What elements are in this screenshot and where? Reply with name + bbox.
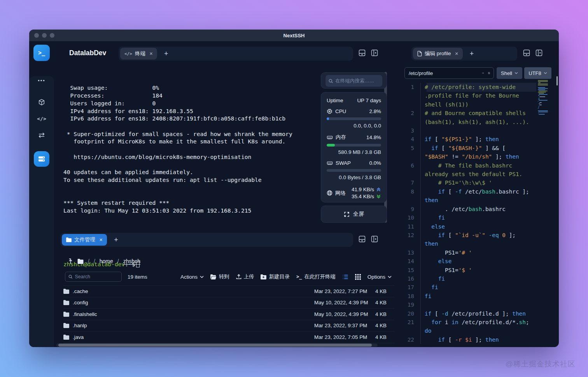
line-number: 17 — [395, 283, 420, 291]
code-line[interactable]: 16 fi — [395, 274, 559, 283]
goto-button[interactable]: 转到 — [210, 273, 229, 280]
code-line[interactable]: 14 else — [395, 257, 559, 265]
split-down-icon[interactable] — [523, 49, 530, 56]
split-right-icon[interactable] — [371, 236, 378, 243]
sidebar-panel: ••• </> — [29, 76, 54, 347]
breadcrumb: / / home / zhshch — [68, 258, 140, 264]
editor-tab-strip: 编辑 profile ✕ + — [411, 47, 517, 61]
options-dropdown[interactable]: Options — [368, 274, 392, 280]
line-number: 1 — [395, 83, 420, 109]
code-line[interactable]: 11 else — [395, 222, 559, 231]
go-up-icon[interactable] — [68, 258, 73, 264]
code-line[interactable]: 4if [ "${PS1-}" ]; then — [395, 135, 559, 143]
file-path-input[interactable] — [409, 70, 478, 76]
terminal-search-input[interactable] — [335, 78, 379, 84]
file-row[interactable]: .javaMar 23, 2022, 7:05 PM4 KB — [63, 332, 395, 343]
folder-icon[interactable] — [77, 259, 84, 264]
close-icon[interactable]: ✕ — [99, 237, 103, 243]
horizontal-scrollbar[interactable] — [56, 344, 378, 347]
expand-icon — [344, 211, 350, 217]
split-right-icon[interactable] — [371, 49, 378, 56]
list-view-icon[interactable] — [342, 274, 348, 279]
split-down-icon[interactable] — [359, 49, 366, 56]
terminal-search-box[interactable] — [326, 75, 382, 87]
minimize-button[interactable] — [42, 33, 47, 38]
breadcrumb-item-current[interactable]: zhshch — [123, 258, 140, 264]
new-file-tab-button[interactable]: + — [112, 236, 120, 244]
window-titlebar[interactable]: NextSSH — [29, 30, 559, 41]
window-controls — [34, 33, 54, 38]
code-line[interactable]: 12 if [ "`id -u`" -eq 0 ]; then — [395, 231, 559, 248]
actions-dropdown[interactable]: Actions — [180, 274, 204, 280]
grid-view-icon[interactable] — [355, 274, 361, 280]
save-icon[interactable] — [488, 70, 490, 76]
line-number: 22 — [395, 335, 420, 344]
new-editor-tab-button[interactable]: + — [468, 50, 476, 58]
file-row[interactable]: .configMay 10, 2022, 4:39 PM4 KB — [63, 297, 395, 309]
code-line[interactable]: 22 if [ -r $i ]; then — [395, 335, 559, 344]
file-row[interactable]: .hanlpMar 23, 2022, 9:37 PM4 KB — [63, 320, 395, 332]
sidebar-item-transfer[interactable] — [29, 132, 54, 138]
code-editor[interactable]: 1# /etc/profile: system-wide .profile fi… — [395, 80, 559, 347]
sidebar-item-snippets[interactable]: </> — [29, 116, 54, 122]
code-line[interactable]: 3 — [395, 126, 559, 135]
cpu-icon — [327, 108, 332, 114]
close-icon[interactable]: ✕ — [149, 51, 153, 56]
new-folder-button[interactable]: 新建目录 — [261, 273, 290, 280]
code-line[interactable]: 2# and Bourne compatible shells (bash(1)… — [395, 109, 559, 126]
code-icon: </> — [124, 51, 132, 56]
sidebar-item-more[interactable]: ••• — [29, 78, 54, 84]
code-line[interactable]: 20if [ -d /etc/profile.d ]; then — [395, 309, 559, 318]
code-line[interactable]: 8 if [ -f /etc/bash.bashrc ]; then — [395, 187, 559, 205]
upload-button[interactable]: 上传 — [236, 273, 254, 280]
app-logo[interactable]: >_ — [33, 45, 50, 61]
sidebar-item-packages[interactable] — [29, 99, 54, 106]
file-row[interactable]: .cacheMar 23, 2022, 7:27 PM4 KB — [63, 286, 395, 297]
code-line[interactable]: 18fi — [395, 292, 559, 300]
code-text: if [ -r $i ]; then — [420, 335, 530, 344]
maximize-button[interactable] — [50, 33, 54, 38]
code-text: PS1='# ' — [420, 248, 530, 257]
code-line[interactable]: 17 fi — [395, 283, 559, 291]
code-line[interactable]: 10 fi — [395, 213, 559, 222]
go-arrow-icon[interactable] — [482, 71, 484, 75]
new-terminal-tab-button[interactable]: + — [163, 50, 170, 58]
breadcrumb-item-home[interactable]: home — [100, 258, 113, 264]
tab-file-manager[interactable]: 文件管理 ✕ — [62, 234, 107, 246]
code-line[interactable]: 5 if [ "${BASH-}" ] && [ "$BASH" != "/bi… — [395, 144, 559, 161]
close-button[interactable] — [34, 33, 39, 38]
file-date: Mar 23, 2022, 9:37 PM — [314, 323, 369, 328]
terminal-output[interactable]: Swap usage: 0% Processes: 184 Users logg… — [63, 69, 328, 283]
tab-terminal[interactable]: </> 终端 ✕ — [120, 48, 157, 59]
code-line[interactable]: 1# /etc/profile: system-wide .profile fi… — [395, 83, 559, 109]
transfer-arrows-icon — [38, 132, 45, 138]
editor-panel: 编辑 profile ✕ + Shell UTF8 — [395, 41, 559, 347]
open-terminal-here-button[interactable]: >_ 在此打开终端 — [296, 273, 336, 280]
close-icon[interactable]: ✕ — [455, 51, 458, 56]
code-line[interactable]: 19 — [395, 300, 559, 309]
file-name: .finalshellc — [73, 311, 311, 317]
split-down-icon[interactable] — [359, 236, 366, 243]
code-line[interactable]: 9 . /etc/bash.bashrc — [395, 205, 559, 213]
tab-edit-profile[interactable]: 编辑 profile ✕ — [413, 48, 463, 59]
file-row[interactable]: .finalshellcMay 10, 2022, 4:39 PM4 KB — [63, 309, 395, 320]
file-search-box[interactable] — [65, 272, 122, 282]
sidebar-item-sessions[interactable] — [34, 151, 49, 167]
double-chevron-up-icon — [376, 187, 381, 192]
folder-icon — [66, 237, 72, 242]
encoding-select[interactable]: UTF8 — [524, 67, 551, 79]
code-line[interactable]: 21 for i in /etc/profile.d/*.sh; do — [395, 318, 559, 335]
file-date: May 10, 2022, 4:39 PM — [314, 311, 369, 317]
file-search-input[interactable] — [75, 274, 118, 279]
code-line[interactable]: 7 # PS1='\h:\w\$ ' — [395, 178, 559, 187]
terminal-split-buttons — [359, 49, 378, 56]
syntax-select[interactable]: Shell — [497, 67, 522, 79]
fullscreen-button[interactable]: 全屏 — [321, 206, 387, 223]
code-line[interactable]: 15 PS1='$ ' — [395, 266, 559, 274]
code-line[interactable]: 13 PS1='# ' — [395, 248, 559, 257]
scrollbar-thumb[interactable] — [58, 344, 372, 347]
code-line[interactable]: 6 # The file bash.bashrc already sets th… — [395, 161, 559, 179]
breadcrumb-root[interactable]: / — [88, 258, 89, 264]
chevron-down-icon — [388, 276, 392, 278]
split-right-icon[interactable] — [536, 49, 542, 56]
